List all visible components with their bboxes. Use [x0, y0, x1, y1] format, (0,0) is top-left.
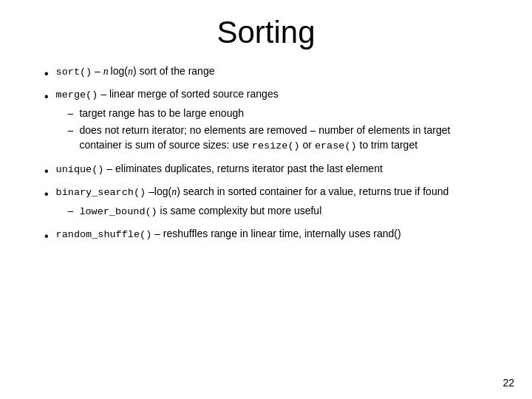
bullet-icon: • [44, 185, 49, 202]
code-inline: lower_bound() [79, 206, 157, 217]
text-sort2: log( [109, 65, 128, 77]
math-n1: n [103, 66, 109, 77]
dash-icon: – [68, 203, 74, 218]
item-content: unique() – eliminates duplicates, return… [56, 161, 495, 177]
item-content: merge() – linear merge of sorted source … [56, 86, 495, 157]
item-content: sort() – n log(n) sort of the range [56, 64, 495, 80]
bullet-list: • sort() – n log(n) sort of the range • … [44, 64, 495, 245]
sub-text: target range has to be large enough [79, 106, 244, 120]
sub-text: does not return iterator; no elements ar… [79, 123, 495, 154]
list-item: • unique() – eliminates duplicates, retu… [44, 161, 495, 180]
text-sort3: ) sort of the range [133, 65, 215, 77]
sub-list-bs: – lower_bound() is same complexity but m… [68, 203, 495, 219]
dash-icon: – [68, 106, 74, 120]
slide-content: • sort() – n log(n) sort of the range • … [37, 64, 495, 377]
bullet-icon: • [44, 228, 49, 245]
list-item: • random_shuffle() – reshuffles range in… [44, 226, 495, 245]
math-n2: n [128, 66, 133, 77]
text-bs1: –log( [146, 185, 171, 197]
code-random-shuffle: random_shuffle() [56, 229, 152, 240]
slide-title: Sorting [37, 15, 495, 50]
sub-item: – lower_bound() is same complexity but m… [68, 203, 495, 219]
page-number: 22 [502, 377, 514, 389]
item-content: random_shuffle() – reshuffles range in l… [56, 226, 495, 242]
bullet-icon: • [44, 65, 49, 82]
text-rs: – reshuffles range in linear time, inter… [151, 228, 400, 239]
bullet-icon: • [44, 163, 49, 180]
code-inline: resize() [252, 140, 300, 151]
text-merge: – linear merge of sorted source ranges [98, 88, 278, 100]
text-sort: – [95, 65, 103, 77]
list-item: • binary_search() –log(n) search in sort… [44, 184, 495, 222]
sub-item: – does not return iterator; no elements … [68, 123, 495, 154]
list-item: • merge() – linear merge of sorted sourc… [44, 86, 495, 157]
sub-text: lower_bound() is same complexity but mor… [79, 203, 321, 219]
sub-item: – target range has to be large enough [68, 106, 495, 120]
sub-list-merge: – target range has to be large enough – … [68, 106, 495, 154]
text-bs2: ) search in sorted container for a value… [177, 185, 449, 197]
code-binary-search: binary_search() [56, 187, 146, 198]
code-merge: merge() [56, 89, 98, 100]
list-item: • sort() – n log(n) sort of the range [44, 64, 495, 82]
code-unique: unique() [56, 164, 104, 175]
item-content: binary_search() –log(n) search in sorted… [56, 184, 495, 222]
text-unique: – eliminates duplicates, returns iterato… [103, 163, 382, 174]
code-sort: sort() [56, 66, 92, 78]
bullet-icon: • [44, 88, 49, 105]
dash-icon: – [68, 123, 74, 137]
code-inline: erase() [315, 140, 357, 151]
slide: Sorting • sort() – n log(n) sort of the … [0, 0, 532, 399]
